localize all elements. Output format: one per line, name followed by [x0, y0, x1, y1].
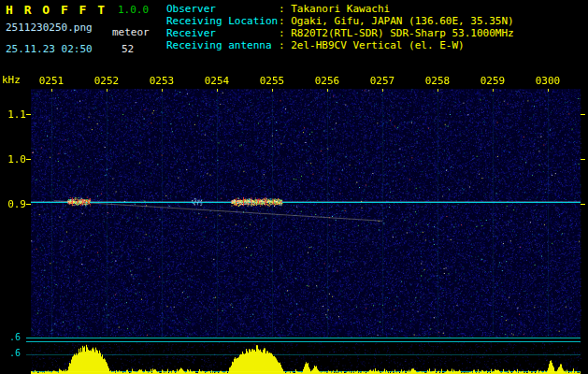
info-row-location: Receiving Location: Ogaki, Gifu, JAPAN (… — [166, 15, 514, 27]
info-label: Receiving antenna — [166, 39, 279, 51]
info-value: : Ogaki, Gifu, JAPAN (136.60E, 35.35N) — [279, 15, 514, 27]
hrofft-screen: H R O F F T 1.0.0 2511230250.png meteor … — [0, 0, 588, 374]
app-version: 1.0.0 — [118, 4, 149, 16]
info-value: : R820T2(RTL-SDR) SDR-Sharp 53.1000MHz — [279, 27, 514, 39]
mode-label: meteor — [112, 26, 150, 38]
info-label: Observer — [166, 3, 279, 15]
info-value: : Takanori Kawachi — [279, 3, 390, 15]
echo-count: 52 — [122, 43, 134, 55]
info-row-observer: Observer: Takanori Kawachi — [166, 3, 514, 15]
info-label: Receiver — [166, 27, 279, 39]
info-table: Observer: Takanori Kawachi Receiving Loc… — [166, 3, 514, 51]
filename: 2511230250.png — [6, 22, 93, 34]
header: H R O F F T 1.0.0 2511230250.png meteor … — [0, 0, 588, 73]
spectrogram-canvas — [0, 73, 588, 374]
info-label: Receiving Location — [166, 15, 279, 27]
info-row-antenna: Receiving antenna: 2el-HB9CV Vertical (e… — [166, 39, 514, 51]
app-title: H R O F F T — [6, 3, 107, 17]
info-value: : 2el-HB9CV Vertical (el. E-W) — [279, 39, 465, 51]
datetime: 25.11.23 02:50 — [6, 43, 93, 55]
info-row-receiver: Receiver: R820T2(RTL-SDR) SDR-Sharp 53.1… — [166, 27, 514, 39]
